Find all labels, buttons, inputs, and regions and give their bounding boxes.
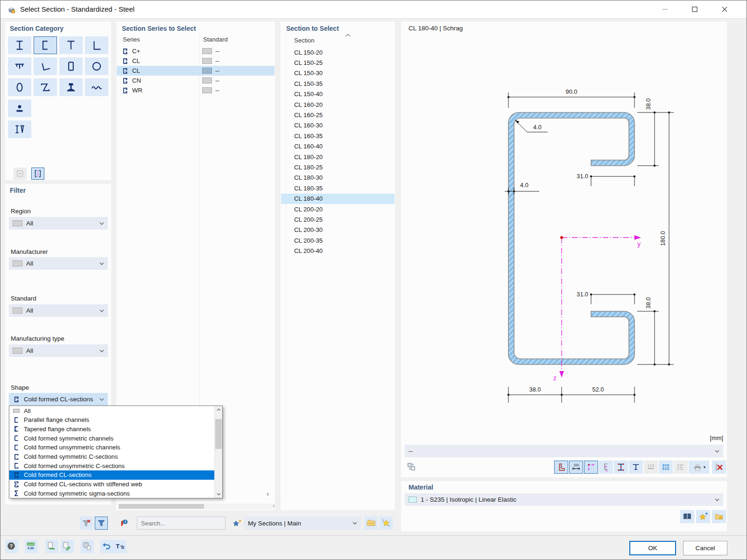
export-view-button[interactable] bbox=[405, 461, 419, 474]
section-row[interactable]: CL 150-25 bbox=[281, 57, 395, 68]
section-row[interactable]: CL 160-35 bbox=[281, 131, 395, 141]
show-section-plain-button[interactable] bbox=[629, 461, 643, 474]
sort-ascending-icon[interactable] bbox=[345, 30, 351, 39]
section-row[interactable]: CL 160-30 bbox=[281, 120, 395, 131]
section-row[interactable]: CL 150-20 bbox=[281, 47, 395, 57]
material-new-button[interactable] bbox=[696, 510, 710, 523]
section-row[interactable]: CL 200-35 bbox=[281, 235, 395, 245]
section-row[interactable]: CL 160-20 bbox=[281, 99, 395, 110]
print-button[interactable]: ▾ bbox=[689, 461, 709, 474]
minimize-button[interactable] bbox=[654, 0, 676, 18]
shape-option[interactable]: Cold formed CL-sections with stiffened w… bbox=[9, 480, 214, 489]
series-row[interactable]: WR-- bbox=[117, 85, 275, 95]
shape-option[interactable]: Cold formed symmetric channels bbox=[9, 434, 214, 443]
section-row[interactable]: CL 150-35 bbox=[281, 78, 395, 89]
popup-scrollbar[interactable] bbox=[214, 406, 222, 498]
horizontal-scrollbar[interactable]: › bbox=[119, 504, 275, 509]
show-axes-button[interactable] bbox=[584, 461, 598, 474]
section-row[interactable]: CL 200-40 bbox=[281, 246, 395, 256]
category-view-bracket-axis[interactable] bbox=[31, 168, 44, 180]
category-view-frame-dashed[interactable] bbox=[14, 168, 27, 180]
scroll-up-icon[interactable] bbox=[215, 406, 222, 413]
units-button[interactable]: 0.00 bbox=[25, 540, 38, 553]
category-corrugated-section[interactable] bbox=[85, 78, 108, 96]
database-copy-button[interactable] bbox=[81, 540, 94, 553]
ok-button[interactable]: OK bbox=[629, 541, 676, 555]
favorites-group-select[interactable]: My Sections | Main bbox=[244, 517, 361, 530]
shape-option[interactable]: Cold formed symmetric C-sections bbox=[9, 452, 214, 462]
section-column-header[interactable]: Section bbox=[294, 37, 314, 44]
material-library-button[interactable] bbox=[680, 510, 694, 523]
section-row[interactable]: CL 180-25 bbox=[281, 162, 395, 172]
cancel-button[interactable]: Cancel bbox=[683, 541, 727, 555]
show-numbering-button[interactable]: 1 2 3 bbox=[644, 461, 658, 474]
manufacturer-select[interactable]: All bbox=[9, 257, 108, 270]
close-button[interactable] bbox=[714, 0, 735, 18]
shape-option[interactable]: Cold formed CL-sections bbox=[9, 470, 214, 480]
category-c-channel[interactable] bbox=[34, 36, 57, 54]
show-shear-center-button[interactable]: sc bbox=[599, 461, 613, 474]
expand-arrow[interactable]: › bbox=[267, 490, 269, 497]
category-bar-plate-section[interactable] bbox=[8, 99, 31, 117]
filter-delete-button[interactable] bbox=[80, 517, 93, 530]
shape-option[interactable]: Cold formed unsymmetric C-sections bbox=[9, 461, 214, 470]
scroll-right-icon[interactable]: › bbox=[273, 503, 275, 508]
shape-option[interactable]: Cold formed symmetric sigma-sections bbox=[9, 489, 214, 498]
section-row[interactable]: CL 200-25 bbox=[281, 214, 395, 224]
shape-option[interactable]: Cold formed unsymmetric channels bbox=[9, 443, 214, 452]
series-row[interactable]: CL-- bbox=[117, 66, 275, 76]
category-box-section[interactable] bbox=[59, 57, 83, 75]
section-row[interactable]: CL 180-40 bbox=[281, 194, 395, 204]
category-l-angle[interactable] bbox=[85, 36, 108, 54]
section-row[interactable]: CL 180-35 bbox=[281, 183, 395, 193]
category-z-section[interactable] bbox=[34, 78, 57, 96]
section-row[interactable]: CL 150-30 bbox=[281, 68, 395, 78]
show-details-button[interactable] bbox=[674, 461, 688, 474]
section-row[interactable]: CL 160-40 bbox=[281, 141, 395, 152]
series-row[interactable]: CN-- bbox=[117, 76, 275, 85]
shape-select[interactable]: Cold formed CL-sections bbox=[9, 393, 108, 406]
shape-option[interactable]: All bbox=[9, 406, 214, 415]
series-row[interactable]: CL-- bbox=[117, 56, 275, 66]
favorite-add-button[interactable] bbox=[230, 517, 243, 530]
popup-scrollbar-thumb[interactable] bbox=[215, 419, 222, 449]
group-new-button[interactable] bbox=[380, 517, 393, 530]
section-row[interactable]: CL 160-25 bbox=[281, 110, 395, 120]
undo-button[interactable] bbox=[100, 540, 113, 553]
export-data-button[interactable] bbox=[45, 540, 58, 553]
category-built-up-section[interactable] bbox=[8, 120, 31, 138]
category-i-section[interactable] bbox=[8, 36, 31, 54]
standard-column-header[interactable]: Standard bbox=[203, 36, 228, 43]
show-stress-points-button[interactable] bbox=[614, 461, 628, 474]
category-angle-section[interactable] bbox=[34, 57, 57, 75]
search-input[interactable] bbox=[137, 517, 226, 530]
material-favorite-button[interactable] bbox=[712, 510, 726, 523]
info-section-button[interactable]: i bbox=[117, 517, 130, 530]
filter-apply-button[interactable] bbox=[95, 517, 108, 530]
category-rail-section[interactable] bbox=[59, 78, 83, 96]
section-row[interactable]: CL 180-30 bbox=[281, 173, 395, 183]
show-dimensions-button[interactable]: 100 bbox=[569, 461, 583, 474]
category-pipe-section[interactable] bbox=[85, 57, 108, 75]
text-format-button[interactable]: T›b bbox=[113, 540, 127, 553]
section-row[interactable]: CL 150-40 bbox=[281, 89, 395, 99]
category-oval-section[interactable] bbox=[8, 78, 31, 96]
group-open-button[interactable] bbox=[365, 517, 378, 530]
section-row[interactable]: CL 200-30 bbox=[281, 225, 395, 235]
region-select[interactable]: All bbox=[9, 217, 108, 230]
section-row[interactable]: CL 200-20 bbox=[281, 204, 395, 214]
manufacturing-type-select[interactable]: All bbox=[9, 344, 108, 357]
help-button[interactable]: ? bbox=[5, 540, 18, 553]
scrollbar-thumb[interactable] bbox=[119, 504, 204, 509]
maximize-button[interactable] bbox=[684, 0, 705, 18]
standard-select[interactable]: All bbox=[9, 304, 108, 317]
remove-section-button[interactable] bbox=[712, 461, 726, 474]
section-row[interactable]: CL 180-20 bbox=[281, 152, 395, 162]
series-row[interactable]: C+-- bbox=[117, 46, 275, 56]
shape-option[interactable]: Tapered flange channels bbox=[9, 424, 214, 434]
send-edit-button[interactable] bbox=[61, 540, 74, 553]
shape-option[interactable]: Parallel flange channels bbox=[9, 415, 214, 425]
series-column-header[interactable]: Series bbox=[123, 36, 140, 43]
category-t-section[interactable] bbox=[59, 36, 83, 54]
section-note-select[interactable]: -- bbox=[405, 445, 723, 457]
